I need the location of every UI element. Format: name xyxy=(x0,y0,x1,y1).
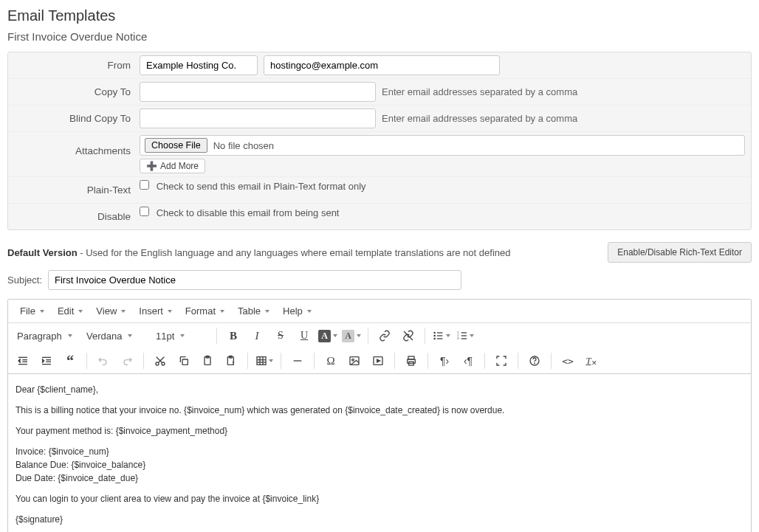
link-button[interactable] xyxy=(374,326,395,345)
bcc-help: Enter email addresses separated by a com… xyxy=(382,113,577,124)
bold-button[interactable]: B xyxy=(223,326,244,345)
svg-text:3: 3 xyxy=(457,336,459,340)
svg-point-21 xyxy=(156,362,159,365)
toggle-editor-button[interactable]: Enable/Disable Rich-Text Editor xyxy=(608,242,752,263)
unlink-button[interactable] xyxy=(398,326,419,345)
menu-table[interactable]: Table xyxy=(232,303,275,319)
cut-button[interactable] xyxy=(150,351,171,370)
menu-insert[interactable]: Insert xyxy=(133,303,178,319)
hr-button[interactable] xyxy=(287,351,308,370)
help-button[interactable] xyxy=(524,351,545,370)
bcc-label: Blind Copy To xyxy=(14,108,140,128)
editor-content[interactable]: Dear {$client_name}, This is a billing n… xyxy=(8,373,751,532)
fullscreen-button[interactable] xyxy=(491,351,512,370)
copy-button[interactable] xyxy=(174,351,194,370)
caret-icon xyxy=(121,310,126,313)
caret-icon xyxy=(265,310,269,313)
svg-point-38 xyxy=(352,359,354,361)
caret-icon xyxy=(333,334,337,337)
font-family-select[interactable]: Verdana xyxy=(82,328,148,345)
source-code-button[interactable]: <> xyxy=(557,351,578,370)
block-format-select[interactable]: Paragraph xyxy=(13,328,79,345)
caret-icon xyxy=(220,310,224,313)
caret-icon xyxy=(307,310,312,313)
disable-checkbox-label[interactable]: Check to disable this email from being s… xyxy=(140,207,339,218)
undo-button[interactable] xyxy=(93,351,114,370)
body-line: You can login to your client area to vie… xyxy=(16,492,743,505)
caret-icon xyxy=(470,334,474,337)
menu-edit[interactable]: Edit xyxy=(52,303,89,319)
clear-format-button[interactable]: T✕ xyxy=(581,351,602,370)
page-title: Email Templates xyxy=(7,7,752,24)
media-button[interactable] xyxy=(368,351,388,370)
underline-button[interactable]: U xyxy=(294,326,315,345)
svg-point-45 xyxy=(535,363,535,364)
file-input-row: Choose File No file chosen xyxy=(140,135,745,156)
subject-label: Subject: xyxy=(7,274,42,286)
svg-rect-25 xyxy=(182,359,188,365)
caret-icon xyxy=(128,334,132,337)
paste-button[interactable] xyxy=(197,351,218,370)
menu-file[interactable]: File xyxy=(14,303,50,319)
caret-icon xyxy=(269,359,273,362)
rtl-button[interactable]: ‹¶ xyxy=(458,351,478,370)
paste-text-button[interactable]: T xyxy=(221,351,241,370)
copy-help: Enter email addresses separated by a com… xyxy=(382,86,577,97)
body-line: Invoice: {$invoice_num} Balance Due: {$i… xyxy=(16,445,743,485)
from-label: From xyxy=(14,55,140,75)
body-line: Dear {$client_name}, xyxy=(16,383,743,396)
outdent-button[interactable] xyxy=(13,351,33,370)
plain-text-checkbox[interactable] xyxy=(140,180,149,190)
strikethrough-button[interactable]: S xyxy=(270,326,291,345)
body-line: Your payment method is: {$invoice_paymen… xyxy=(16,424,743,438)
add-more-button[interactable]: ➕ Add More xyxy=(140,159,205,173)
plus-icon: ➕ xyxy=(146,161,157,171)
menu-format[interactable]: Format xyxy=(179,303,230,319)
svg-point-22 xyxy=(162,362,165,365)
menu-help[interactable]: Help xyxy=(277,303,317,319)
redo-button[interactable] xyxy=(117,351,137,370)
text-color-button[interactable]: A xyxy=(317,326,338,345)
plain-text-label: Plain-Text xyxy=(14,180,140,200)
blockquote-button[interactable]: “ xyxy=(60,351,80,370)
plain-text-checkbox-label[interactable]: Check to send this email in Plain-Text f… xyxy=(140,180,366,192)
italic-button[interactable]: I xyxy=(247,326,267,345)
svg-rect-31 xyxy=(257,357,266,365)
svg-text:T: T xyxy=(232,361,235,365)
body-line: This is a billing notice that your invoi… xyxy=(16,404,743,417)
disable-checkbox[interactable] xyxy=(140,207,149,216)
template-name: First Invoice Overdue Notice xyxy=(7,30,752,43)
font-size-select[interactable]: 11pt xyxy=(151,328,210,345)
number-list-button[interactable]: 123 xyxy=(455,326,475,345)
indent-button[interactable] xyxy=(36,351,57,370)
bullet-list-button[interactable] xyxy=(431,326,452,345)
default-version-text: Default Version - Used for the English l… xyxy=(7,247,510,258)
copy-to-input[interactable] xyxy=(140,82,376,102)
attachments-label: Attachments xyxy=(14,135,140,161)
caret-icon xyxy=(168,310,172,313)
from-email-input[interactable] xyxy=(264,55,500,75)
editor-toolbar-2: “ T Ω ¶› ‹¶ <> T✕ xyxy=(8,348,751,373)
from-name-input[interactable] xyxy=(140,55,258,75)
disable-label: Disable xyxy=(14,207,140,227)
image-button[interactable] xyxy=(344,351,365,370)
table-button[interactable] xyxy=(254,351,275,370)
bcc-input[interactable] xyxy=(140,108,376,128)
settings-panel: From Copy To Enter email addresses separ… xyxy=(7,52,752,230)
subject-input[interactable] xyxy=(48,270,461,290)
editor-menubar: File Edit View Insert Format Table Help xyxy=(8,300,751,322)
menu-view[interactable]: View xyxy=(90,303,131,319)
rich-text-editor: File Edit View Insert Format Table Help … xyxy=(7,299,752,532)
svg-point-5 xyxy=(434,335,435,336)
body-line: {$signature} xyxy=(16,513,743,526)
caret-icon xyxy=(40,310,44,313)
ltr-button[interactable]: ¶› xyxy=(434,351,455,370)
choose-file-button[interactable]: Choose File xyxy=(145,138,207,153)
copy-to-label: Copy To xyxy=(14,82,140,102)
special-char-button[interactable]: Ω xyxy=(320,351,341,370)
no-file-chosen: No file chosen xyxy=(213,140,274,151)
bg-color-button[interactable]: A xyxy=(341,326,362,345)
caret-icon xyxy=(446,334,450,337)
print-button[interactable] xyxy=(401,351,422,370)
svg-point-4 xyxy=(434,332,435,333)
